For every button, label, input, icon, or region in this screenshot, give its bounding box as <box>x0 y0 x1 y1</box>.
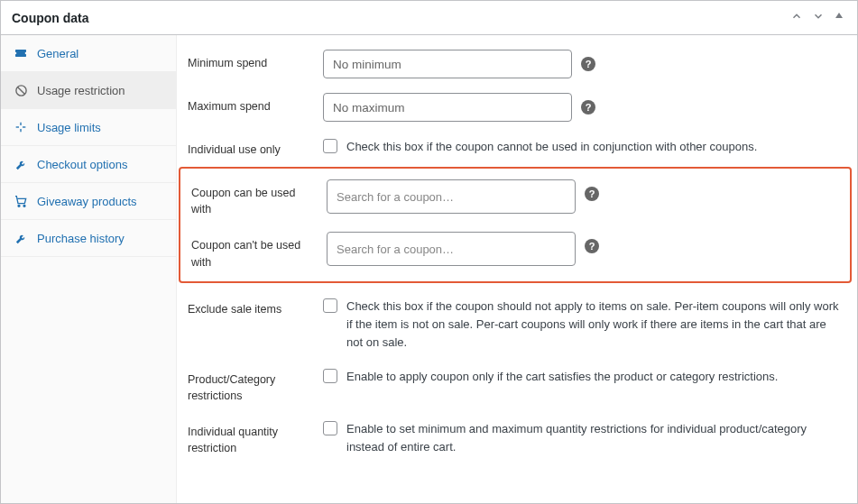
row-exclude-sale: Exclude sale items Check this box if the… <box>177 289 857 359</box>
row-coupon-use-with: Coupon can be used with Search for a cou… <box>180 172 850 225</box>
sidebar-item-label: General <box>37 47 78 60</box>
sidebar-item-giveaway-products[interactable]: Giveaway products <box>1 183 176 220</box>
highlight-region: Coupon can be used with Search for a cou… <box>179 167 852 283</box>
product-category-checkbox[interactable] <box>323 369 337 383</box>
coupon-use-with-input[interactable]: Search for a coupon… <box>327 179 576 214</box>
panel-controls <box>789 8 846 27</box>
checkbox-description: Check this box if the coupon should not … <box>346 296 843 352</box>
sidebar-item-usage-limits[interactable]: Usage limits <box>1 109 176 146</box>
sidebar-item-checkout-options[interactable]: Checkout options <box>1 146 176 183</box>
help-icon[interactable]: ? <box>585 239 599 253</box>
field-label: Minimum spend <box>188 50 323 71</box>
panel-body: General Usage restriction Usage limits C… <box>1 35 857 503</box>
move-down-icon[interactable] <box>810 8 826 27</box>
help-icon[interactable]: ? <box>581 100 595 115</box>
individual-use-checkbox[interactable] <box>323 139 337 153</box>
panel-header: Coupon data <box>1 1 857 35</box>
coupon-data-panel: Coupon data General Usage restriction Us… <box>0 0 858 504</box>
wrench-icon <box>14 231 28 245</box>
sidebar-item-label: Usage restriction <box>37 84 125 97</box>
field-label: Coupon can't be used with <box>191 232 327 270</box>
row-individual-quantity-restriction: Individual quantity restriction Enable t… <box>177 411 857 463</box>
checkbox-description: Enable to apply coupon only if the cart … <box>346 366 778 386</box>
field-label: Individual quantity restriction <box>188 418 323 456</box>
coupon-not-use-with-input[interactable]: Search for a coupon… <box>327 232 576 266</box>
field-label: Coupon can be used with <box>191 179 327 217</box>
row-maximum-spend: Maximum spend ? <box>177 86 857 129</box>
move-up-icon[interactable] <box>789 8 805 27</box>
svg-marker-0 <box>835 13 843 18</box>
row-product-category-restrictions: Product/Category restrictions Enable to … <box>177 359 857 411</box>
checkbox-description: Check this box if the coupon cannot be u… <box>346 136 757 156</box>
settings-content: Minimum spend ? Maximum spend ? Individu… <box>177 35 857 503</box>
ban-icon <box>14 83 28 97</box>
checkbox-description: Enable to set minimum and maximum quanti… <box>346 418 843 456</box>
row-minimum-spend: Minimum spend ? <box>177 42 857 86</box>
sidebar-tabs: General Usage restriction Usage limits C… <box>1 35 177 503</box>
individual-quantity-checkbox[interactable] <box>323 421 337 435</box>
minimum-spend-input[interactable] <box>323 50 572 78</box>
field-label: Individual use only <box>188 136 323 158</box>
sidebar-item-general[interactable]: General <box>1 35 176 72</box>
help-icon[interactable]: ? <box>581 57 595 71</box>
sidebar-item-label: Checkout options <box>37 158 127 171</box>
sidebar-item-label: Giveaway products <box>37 195 137 208</box>
maximum-spend-input[interactable] <box>323 93 572 122</box>
row-individual-use: Individual use only Check this box if th… <box>177 129 857 165</box>
panel-title: Coupon data <box>12 11 89 25</box>
sidebar-item-purchase-history[interactable]: Purchase history <box>1 220 176 257</box>
row-coupon-not-use-with: Coupon can't be used with Search for a c… <box>180 225 850 277</box>
svg-point-7 <box>18 205 20 206</box>
exclude-sale-checkbox[interactable] <box>323 298 337 313</box>
collapse-icon[interactable] <box>832 8 846 27</box>
svg-line-2 <box>17 87 24 94</box>
sidebar-item-usage-restriction[interactable]: Usage restriction <box>1 72 176 109</box>
ticket-icon <box>14 46 28 60</box>
help-icon[interactable]: ? <box>585 187 599 201</box>
sidebar-item-label: Purchase history <box>37 232 125 245</box>
wrench-icon <box>14 157 28 171</box>
svg-point-8 <box>23 205 25 206</box>
cart-icon <box>14 194 28 208</box>
sidebar-item-label: Usage limits <box>37 121 101 134</box>
field-label: Exclude sale items <box>188 296 323 317</box>
field-label: Maximum spend <box>188 93 323 115</box>
limits-icon <box>14 120 28 134</box>
field-label: Product/Category restrictions <box>188 366 323 404</box>
